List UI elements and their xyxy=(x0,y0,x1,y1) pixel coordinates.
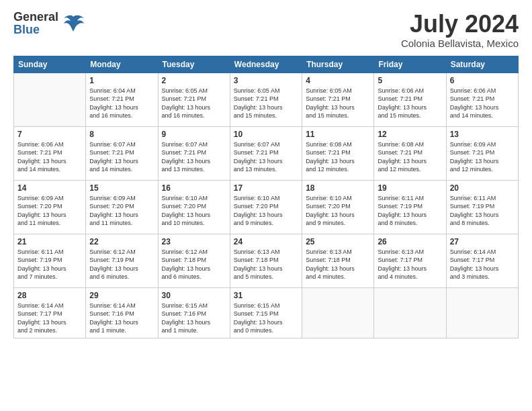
day-number: 29 xyxy=(89,291,154,300)
day-info: Sunrise: 6:06 AMSunset: 7:21 PMDaylight:… xyxy=(17,140,82,174)
table-row: 14Sunrise: 6:09 AMSunset: 7:20 PMDayligh… xyxy=(14,180,86,234)
title-block: July 2024 Colonia Bellavista, Mexico xyxy=(401,11,519,49)
table-row: 15Sunrise: 6:09 AMSunset: 7:20 PMDayligh… xyxy=(86,180,158,234)
table-row: 4Sunrise: 6:05 AMSunset: 7:21 PMDaylight… xyxy=(302,73,374,126)
table-row: 18Sunrise: 6:10 AMSunset: 7:20 PMDayligh… xyxy=(302,180,374,234)
table-row: 8Sunrise: 6:07 AMSunset: 7:21 PMDaylight… xyxy=(86,126,158,180)
calendar-table: Sunday Monday Tuesday Wednesday Thursday… xyxy=(13,56,519,338)
day-info: Sunrise: 6:11 AMSunset: 7:19 PMDaylight:… xyxy=(450,194,515,228)
col-tuesday: Tuesday xyxy=(158,56,230,73)
day-number: 5 xyxy=(378,76,442,85)
day-info: Sunrise: 6:05 AMSunset: 7:21 PMDaylight:… xyxy=(306,87,370,120)
table-row: 16Sunrise: 6:10 AMSunset: 7:20 PMDayligh… xyxy=(158,180,230,234)
table-row: 28Sunrise: 6:14 AMSunset: 7:17 PMDayligh… xyxy=(14,287,86,338)
day-info: Sunrise: 6:11 AMSunset: 7:19 PMDaylight:… xyxy=(378,194,442,228)
day-number: 16 xyxy=(162,183,226,193)
day-number: 6 xyxy=(450,76,515,85)
day-info: Sunrise: 6:10 AMSunset: 7:20 PMDaylight:… xyxy=(306,194,370,228)
table-row: 20Sunrise: 6:11 AMSunset: 7:19 PMDayligh… xyxy=(446,180,518,234)
table-row: 3Sunrise: 6:05 AMSunset: 7:21 PMDaylight… xyxy=(230,73,302,126)
day-info: Sunrise: 6:12 AMSunset: 7:19 PMDaylight:… xyxy=(89,248,154,281)
day-info: Sunrise: 6:13 AMSunset: 7:18 PMDaylight:… xyxy=(234,248,298,281)
header: General Blue July 2024 Colonia Bellavist… xyxy=(13,11,519,49)
day-info: Sunrise: 6:09 AMSunset: 7:20 PMDaylight:… xyxy=(17,194,82,228)
table-row: 17Sunrise: 6:10 AMSunset: 7:20 PMDayligh… xyxy=(230,180,302,234)
day-number: 23 xyxy=(162,237,226,246)
day-number: 30 xyxy=(162,291,226,300)
logo-blue: Blue xyxy=(13,23,40,36)
day-number: 9 xyxy=(162,130,226,139)
day-number: 31 xyxy=(234,291,298,300)
day-number: 27 xyxy=(450,237,515,246)
day-number: 28 xyxy=(17,291,82,300)
day-info: Sunrise: 6:12 AMSunset: 7:18 PMDaylight:… xyxy=(162,248,226,281)
day-number: 7 xyxy=(17,130,82,139)
day-info: Sunrise: 6:07 AMSunset: 7:21 PMDaylight:… xyxy=(162,140,226,174)
col-monday: Monday xyxy=(86,56,158,73)
day-info: Sunrise: 6:06 AMSunset: 7:21 PMDaylight:… xyxy=(378,87,442,120)
day-number: 11 xyxy=(306,130,370,139)
table-row: 10Sunrise: 6:07 AMSunset: 7:21 PMDayligh… xyxy=(230,126,302,180)
day-info: Sunrise: 6:15 AMSunset: 7:16 PMDaylight:… xyxy=(162,302,226,335)
table-row: 13Sunrise: 6:09 AMSunset: 7:21 PMDayligh… xyxy=(446,126,518,180)
month-title: July 2024 xyxy=(401,11,519,38)
table-row xyxy=(14,73,86,126)
day-info: Sunrise: 6:08 AMSunset: 7:21 PMDaylight:… xyxy=(306,140,370,174)
table-row: 26Sunrise: 6:13 AMSunset: 7:17 PMDayligh… xyxy=(374,234,446,287)
day-number: 24 xyxy=(234,237,298,246)
day-info: Sunrise: 6:14 AMSunset: 7:17 PMDaylight:… xyxy=(450,248,515,281)
table-row: 7Sunrise: 6:06 AMSunset: 7:21 PMDaylight… xyxy=(14,126,86,180)
table-row xyxy=(302,287,374,338)
table-row: 11Sunrise: 6:08 AMSunset: 7:21 PMDayligh… xyxy=(302,126,374,180)
day-number: 14 xyxy=(17,183,82,193)
col-saturday: Saturday xyxy=(446,56,518,73)
day-number: 4 xyxy=(306,76,370,85)
logo: General Blue xyxy=(13,11,85,36)
day-info: Sunrise: 6:08 AMSunset: 7:21 PMDaylight:… xyxy=(378,140,442,174)
day-info: Sunrise: 6:13 AMSunset: 7:17 PMDaylight:… xyxy=(378,248,442,281)
day-info: Sunrise: 6:06 AMSunset: 7:21 PMDaylight:… xyxy=(450,87,515,120)
location: Colonia Bellavista, Mexico xyxy=(401,38,519,49)
day-info: Sunrise: 6:13 AMSunset: 7:18 PMDaylight:… xyxy=(306,248,370,281)
table-row: 31Sunrise: 6:15 AMSunset: 7:15 PMDayligh… xyxy=(230,287,302,338)
day-info: Sunrise: 6:09 AMSunset: 7:20 PMDaylight:… xyxy=(89,194,154,228)
table-row xyxy=(374,287,446,338)
day-number: 21 xyxy=(17,237,82,246)
table-row: 12Sunrise: 6:08 AMSunset: 7:21 PMDayligh… xyxy=(374,126,446,180)
table-row: 5Sunrise: 6:06 AMSunset: 7:21 PMDaylight… xyxy=(374,73,446,126)
logo-bird-icon xyxy=(61,11,85,36)
logo-general: General xyxy=(13,10,58,24)
day-number: 3 xyxy=(234,76,298,85)
day-info: Sunrise: 6:14 AMSunset: 7:16 PMDaylight:… xyxy=(89,302,154,335)
day-number: 18 xyxy=(306,183,370,193)
day-number: 22 xyxy=(89,237,154,246)
table-row: 2Sunrise: 6:05 AMSunset: 7:21 PMDaylight… xyxy=(158,73,230,126)
day-info: Sunrise: 6:10 AMSunset: 7:20 PMDaylight:… xyxy=(234,194,298,228)
table-row: 19Sunrise: 6:11 AMSunset: 7:19 PMDayligh… xyxy=(374,180,446,234)
day-info: Sunrise: 6:05 AMSunset: 7:21 PMDaylight:… xyxy=(234,87,298,120)
table-row: 29Sunrise: 6:14 AMSunset: 7:16 PMDayligh… xyxy=(86,287,158,338)
col-wednesday: Wednesday xyxy=(230,56,302,73)
day-info: Sunrise: 6:11 AMSunset: 7:19 PMDaylight:… xyxy=(17,248,82,281)
day-number: 10 xyxy=(234,130,298,139)
table-row xyxy=(446,287,518,338)
day-info: Sunrise: 6:09 AMSunset: 7:21 PMDaylight:… xyxy=(450,140,515,174)
col-thursday: Thursday xyxy=(302,56,374,73)
table-row: 25Sunrise: 6:13 AMSunset: 7:18 PMDayligh… xyxy=(302,234,374,287)
table-row: 27Sunrise: 6:14 AMSunset: 7:17 PMDayligh… xyxy=(446,234,518,287)
day-info: Sunrise: 6:15 AMSunset: 7:15 PMDaylight:… xyxy=(234,302,298,335)
day-number: 25 xyxy=(306,237,370,246)
table-row: 21Sunrise: 6:11 AMSunset: 7:19 PMDayligh… xyxy=(14,234,86,287)
table-row: 6Sunrise: 6:06 AMSunset: 7:21 PMDaylight… xyxy=(446,73,518,126)
day-info: Sunrise: 6:07 AMSunset: 7:21 PMDaylight:… xyxy=(89,140,154,174)
col-friday: Friday xyxy=(374,56,446,73)
table-row: 9Sunrise: 6:07 AMSunset: 7:21 PMDaylight… xyxy=(158,126,230,180)
table-row: 24Sunrise: 6:13 AMSunset: 7:18 PMDayligh… xyxy=(230,234,302,287)
table-row: 22Sunrise: 6:12 AMSunset: 7:19 PMDayligh… xyxy=(86,234,158,287)
day-number: 20 xyxy=(450,183,515,193)
day-number: 15 xyxy=(89,183,154,193)
page: General Blue July 2024 Colonia Bellavist… xyxy=(0,0,532,411)
day-info: Sunrise: 6:10 AMSunset: 7:20 PMDaylight:… xyxy=(162,194,226,228)
day-info: Sunrise: 6:07 AMSunset: 7:21 PMDaylight:… xyxy=(234,140,298,174)
day-number: 13 xyxy=(450,130,515,139)
